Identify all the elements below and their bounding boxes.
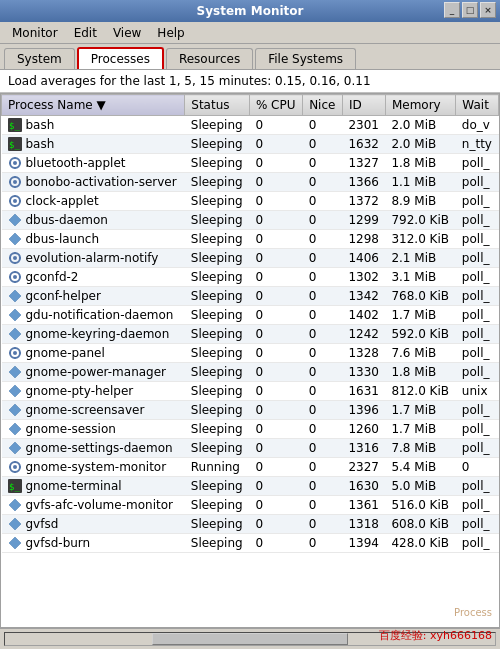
- cell-nice: 0: [303, 154, 343, 173]
- svg-marker-38: [9, 328, 21, 340]
- cell-wait: n_tty: [456, 135, 499, 154]
- cell-status: Sleeping: [185, 534, 250, 553]
- scrollbar-thumb[interactable]: [152, 633, 348, 645]
- menu-monitor[interactable]: Monitor: [4, 24, 66, 42]
- cell-process-name: gnome-system-monitor: [2, 458, 185, 477]
- table-row[interactable]: bluetooth-applet Sleeping 0 0 1327 1.8 M…: [2, 154, 499, 173]
- table-row[interactable]: gnome-session Sleeping 0 0 1260 1.7 MiB …: [2, 420, 499, 439]
- cell-status: Sleeping: [185, 173, 250, 192]
- cell-id: 1631: [342, 382, 385, 401]
- cell-id: 1242: [342, 325, 385, 344]
- cell-cpu: 0: [249, 230, 302, 249]
- table-row[interactable]: evolution-alarm-notify Sleeping 0 0 1406…: [2, 249, 499, 268]
- cell-nice: 0: [303, 420, 343, 439]
- table-row[interactable]: gvfsd Sleeping 0 0 1318 608.0 KiB poll_: [2, 515, 499, 534]
- cell-wait: poll_: [456, 420, 499, 439]
- table-row[interactable]: $_ bash Sleeping 0 0 1632 2.0 MiB n_tty: [2, 135, 499, 154]
- table-row[interactable]: gvfs-afc-volume-monitor Sleeping 0 0 136…: [2, 496, 499, 515]
- table-row[interactable]: bonobo-activation-server Sleeping 0 0 13…: [2, 173, 499, 192]
- cell-nice: 0: [303, 477, 343, 496]
- cell-process-name: gnome-settings-daemon: [2, 439, 185, 458]
- table-row[interactable]: $_ bash Sleeping 0 0 2301 2.0 MiB do_v: [2, 116, 499, 135]
- table-row[interactable]: clock-applet Sleeping 0 0 1372 8.9 MiB p…: [2, 192, 499, 211]
- cell-nice: 0: [303, 363, 343, 382]
- cell-cpu: 0: [249, 154, 302, 173]
- maximize-button[interactable]: □: [462, 2, 478, 18]
- table-row[interactable]: gnome-pty-helper Sleeping 0 0 1631 812.0…: [2, 382, 499, 401]
- svg-marker-47: [9, 404, 21, 416]
- table-row[interactable]: gnome-system-monitor Running 0 0 2327 5.…: [2, 458, 499, 477]
- menu-view[interactable]: View: [105, 24, 149, 42]
- cell-cpu: 0: [249, 211, 302, 230]
- cell-memory: 516.0 KiB: [385, 496, 455, 515]
- svg-marker-46: [9, 385, 21, 397]
- table-row[interactable]: gdu-notification-daemon Sleeping 0 0 140…: [2, 306, 499, 325]
- cell-wait: poll_: [456, 477, 499, 496]
- table-row[interactable]: gnome-power-manager Sleeping 0 0 1330 1.…: [2, 363, 499, 382]
- table-row[interactable]: gnome-settings-daemon Sleeping 0 0 1316 …: [2, 439, 499, 458]
- cell-nice: 0: [303, 192, 343, 211]
- table-row[interactable]: gnome-panel Sleeping 0 0 1328 7.6 MiB po…: [2, 344, 499, 363]
- col-status[interactable]: Status: [185, 95, 250, 116]
- cell-id: 1327: [342, 154, 385, 173]
- tab-system[interactable]: System: [4, 48, 75, 69]
- table-row[interactable]: gvfsd-burn Sleeping 0 0 1394 428.0 KiB p…: [2, 534, 499, 553]
- cell-cpu: 0: [249, 249, 302, 268]
- table-row[interactable]: dbus-launch Sleeping 0 0 1298 312.0 KiB …: [2, 230, 499, 249]
- cell-id: 1632: [342, 135, 385, 154]
- svg-marker-60: [9, 537, 21, 549]
- table-row[interactable]: $_ gnome-terminal Sleeping 0 0 1630 5.0 …: [2, 477, 499, 496]
- col-process-name[interactable]: Process Name ▼: [2, 95, 185, 116]
- table-row[interactable]: gconfd-2 Sleeping 0 0 1302 3.1 MiB poll_: [2, 268, 499, 287]
- cell-status: Sleeping: [185, 211, 250, 230]
- table-container[interactable]: Process Name ▼ Status % CPU Nice ID Memo…: [0, 93, 500, 628]
- close-button[interactable]: ×: [480, 2, 496, 18]
- cell-wait: poll_: [456, 268, 499, 287]
- cell-cpu: 0: [249, 496, 302, 515]
- cell-id: 1396: [342, 401, 385, 420]
- cell-nice: 0: [303, 515, 343, 534]
- tab-filesystems[interactable]: File Systems: [255, 48, 356, 69]
- cell-id: 1630: [342, 477, 385, 496]
- table-row[interactable]: gnome-screensaver Sleeping 0 0 1396 1.7 …: [2, 401, 499, 420]
- table-row[interactable]: dbus-daemon Sleeping 0 0 1299 792.0 KiB …: [2, 211, 499, 230]
- table-row[interactable]: gnome-keyring-daemon Sleeping 0 0 1242 5…: [2, 325, 499, 344]
- window-controls[interactable]: _ □ ×: [444, 2, 496, 18]
- cell-wait: poll_: [456, 192, 499, 211]
- table-row[interactable]: gconf-helper Sleeping 0 0 1342 768.0 KiB…: [2, 287, 499, 306]
- col-id[interactable]: ID: [342, 95, 385, 116]
- col-wait[interactable]: Wait: [456, 95, 499, 116]
- horizontal-scrollbar[interactable]: [4, 632, 496, 646]
- cell-cpu: 0: [249, 325, 302, 344]
- svg-marker-58: [9, 499, 21, 511]
- cell-process-name: dbus-launch: [2, 230, 185, 249]
- tab-resources[interactable]: Resources: [166, 48, 253, 69]
- cell-cpu: 0: [249, 192, 302, 211]
- cell-wait: do_v: [456, 116, 499, 135]
- cell-id: 1316: [342, 439, 385, 458]
- cell-nice: 0: [303, 439, 343, 458]
- diamond-icon: [8, 308, 22, 322]
- col-memory[interactable]: Memory: [385, 95, 455, 116]
- cell-cpu: 0: [249, 515, 302, 534]
- cell-status: Sleeping: [185, 363, 250, 382]
- cell-status: Sleeping: [185, 477, 250, 496]
- diamond-icon: [8, 441, 22, 455]
- cell-process-name: gdu-notification-daemon: [2, 306, 185, 325]
- menu-edit[interactable]: Edit: [66, 24, 105, 42]
- cell-process-name: gvfs-afc-volume-monitor: [2, 496, 185, 515]
- diamond-icon: [8, 517, 22, 531]
- menu-help[interactable]: Help: [149, 24, 192, 42]
- col-nice[interactable]: Nice: [303, 95, 343, 116]
- gear-icon: [8, 270, 22, 284]
- cell-memory: 428.0 KiB: [385, 534, 455, 553]
- cell-wait: poll_: [456, 230, 499, 249]
- tab-processes[interactable]: Processes: [77, 47, 164, 69]
- cell-status: Running: [185, 458, 250, 477]
- svg-point-51: [13, 465, 17, 469]
- cell-nice: 0: [303, 287, 343, 306]
- minimize-button[interactable]: _: [444, 2, 460, 18]
- cell-cpu: 0: [249, 173, 302, 192]
- cell-status: Sleeping: [185, 116, 250, 135]
- col-cpu[interactable]: % CPU: [249, 95, 302, 116]
